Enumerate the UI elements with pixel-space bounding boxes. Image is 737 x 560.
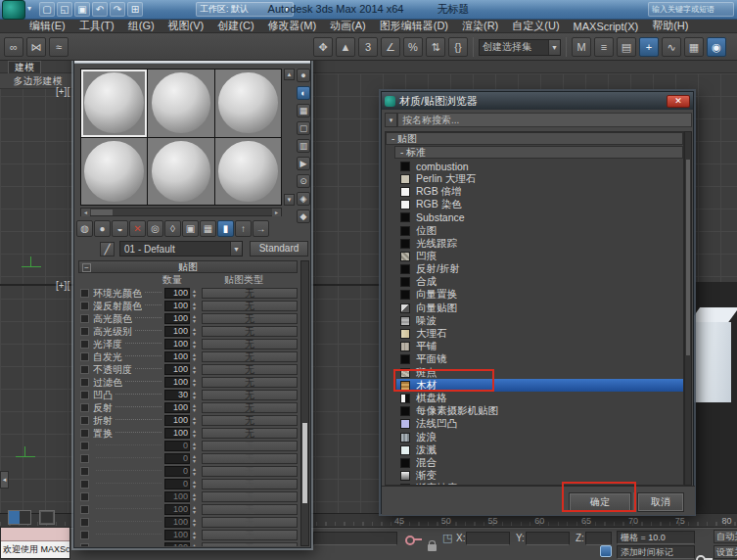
spinner[interactable]: ▴▾ xyxy=(190,429,199,439)
spinner[interactable]: ▴▾ xyxy=(190,505,199,515)
menu-item[interactable]: 组(G) xyxy=(128,19,155,33)
sample-slot[interactable] xyxy=(215,70,281,137)
map-type-button[interactable]: 无 xyxy=(202,313,298,324)
go-to-parent-icon[interactable]: ↑ xyxy=(235,220,252,237)
spinner-snap-icon[interactable]: ⇅ xyxy=(426,37,445,57)
map-type-button[interactable]: 无 xyxy=(202,339,298,350)
map-list-item[interactable]: 平面镜 xyxy=(396,353,683,366)
map-checkbox[interactable] xyxy=(80,352,89,361)
spinner[interactable]: ▴▾ xyxy=(190,442,199,451)
viewport-layout-grid-icon[interactable] xyxy=(39,510,55,525)
curve-editor-icon[interactable]: ∿ xyxy=(662,37,681,57)
viewport-label-top[interactable]: [+][ xyxy=(56,86,69,97)
map-amount-field[interactable]: 100 xyxy=(164,339,190,350)
named-selection-combo[interactable]: 创建选择集 ▼ xyxy=(479,39,561,56)
map-type-button[interactable]: 无 xyxy=(202,390,298,400)
map-type-button[interactable]: 无 xyxy=(202,326,298,337)
browser-titlebar[interactable]: 材质/贴图浏览器 ✕ xyxy=(382,92,693,110)
angle-snap-icon[interactable]: ∠ xyxy=(381,37,400,57)
menu-item[interactable]: 修改器(M) xyxy=(268,19,317,33)
map-checkbox[interactable] xyxy=(80,289,89,298)
map-checkbox[interactable] xyxy=(80,302,89,310)
unlink-selection-icon[interactable]: ⋈ xyxy=(26,37,46,57)
spinner[interactable]: ▴▾ xyxy=(190,327,199,337)
map-list-item[interactable]: 棋盘格 xyxy=(396,392,683,404)
map-checkbox[interactable] xyxy=(80,467,89,476)
menu-item[interactable]: 工具(T) xyxy=(79,19,115,33)
collapse-icon[interactable]: − xyxy=(82,263,91,272)
map-checkbox[interactable] xyxy=(80,531,89,539)
map-type-button[interactable]: 无 xyxy=(202,517,298,528)
map-checkbox[interactable] xyxy=(80,543,89,546)
map-amount-field[interactable]: 100 xyxy=(164,301,190,311)
search-input[interactable] xyxy=(397,113,692,127)
options-icon[interactable]: ⊙ xyxy=(297,174,310,188)
viewport-label-bottom[interactable]: [+][ xyxy=(56,280,69,291)
menu-item[interactable]: 自定义(U) xyxy=(512,19,559,33)
map-type-button[interactable]: 无 xyxy=(202,542,298,546)
map-list-item[interactable]: 渐变 xyxy=(396,470,683,483)
map-list-item[interactable]: 混合 xyxy=(396,456,683,469)
map-checkbox[interactable] xyxy=(80,518,89,527)
map-type-button[interactable]: 无 xyxy=(202,288,298,299)
select-and-link-icon[interactable]: ∞ xyxy=(4,37,23,57)
group-header-maps[interactable]: - 贴图 xyxy=(386,132,683,145)
x-coord-field[interactable] xyxy=(466,532,510,545)
go-forward-sibling-icon[interactable]: → xyxy=(253,220,269,237)
backlight-icon[interactable]: ◐ xyxy=(297,86,310,100)
sample-tiling-icon[interactable]: ▢ xyxy=(297,121,310,135)
sample-slot[interactable] xyxy=(81,70,147,137)
map-list-item[interactable]: 每像素摄影机贴图 xyxy=(396,405,683,418)
menu-item[interactable]: 图形编辑器(D) xyxy=(380,19,448,33)
ribbon-tab-modeling[interactable]: 建模 xyxy=(8,61,41,73)
menu-item[interactable]: 渲染(R) xyxy=(462,19,498,33)
menu-item[interactable]: 视图(V) xyxy=(168,19,205,33)
spinner[interactable]: ▴▾ xyxy=(190,365,199,375)
infocenter-search[interactable]: 输入关键字或短语 xyxy=(648,2,734,17)
select-and-place-icon[interactable]: ✥ xyxy=(313,37,333,57)
map-checkbox[interactable] xyxy=(80,340,89,349)
map-amount-field[interactable]: 100 xyxy=(164,415,190,426)
map-type-button[interactable]: 无 xyxy=(202,491,298,502)
scroll-down-icon[interactable]: ▼ xyxy=(284,194,295,206)
map-list-item[interactable]: 波浪 xyxy=(396,431,683,443)
map-list-item[interactable]: 法线凹凸 xyxy=(396,418,683,431)
map-checkbox[interactable] xyxy=(80,442,89,450)
map-type-button[interactable]: 无 xyxy=(202,453,298,464)
map-amount-field[interactable]: 100 xyxy=(164,428,190,439)
material-name-combo[interactable]: 01 - Default ▼ xyxy=(119,241,243,257)
make-preview-icon[interactable]: ▶ xyxy=(297,157,310,170)
map-list-item[interactable]: combustion xyxy=(396,160,683,172)
slot-scrollbar[interactable]: ▲ ▼ xyxy=(284,69,295,206)
map-checkbox[interactable] xyxy=(80,505,89,514)
menu-item[interactable]: 帮助(H) xyxy=(652,19,688,33)
put-to-library-icon[interactable]: ◊ xyxy=(164,220,181,237)
map-amount-field[interactable]: 100 xyxy=(164,313,190,324)
map-list-item[interactable]: 泼溅 xyxy=(396,443,683,456)
spinner[interactable]: ▴▾ xyxy=(190,543,199,547)
show-end-result-icon[interactable]: ▮ xyxy=(217,220,234,237)
spinner[interactable]: ▴▾ xyxy=(190,492,199,502)
bind-to-spacewarp-icon[interactable]: ≈ xyxy=(49,37,69,57)
map-list-item[interactable]: 向量置换 xyxy=(396,289,683,302)
map-checkbox[interactable] xyxy=(80,480,89,489)
spinner[interactable]: ▴▾ xyxy=(190,416,199,426)
toolbox-icon[interactable]: + xyxy=(639,37,659,57)
map-list-item[interactable]: 噪波 xyxy=(396,314,683,327)
percent-snap-icon[interactable]: % xyxy=(403,37,423,57)
map-type-button[interactable]: 无 xyxy=(202,479,298,490)
map-amount-field[interactable]: 100 xyxy=(164,542,190,546)
map-type-button[interactable]: 无 xyxy=(202,530,298,540)
map-amount-field[interactable]: 100 xyxy=(164,351,190,362)
map-type-button[interactable]: 无 xyxy=(202,415,298,426)
isolate-selection-icon[interactable]: ◳ xyxy=(442,532,452,544)
panel-collapse-arrow-icon[interactable]: ◂ xyxy=(0,471,9,489)
align-icon[interactable]: ≡ xyxy=(594,37,614,57)
macro-recorder-field[interactable] xyxy=(313,532,397,545)
spinner[interactable]: ▴▾ xyxy=(190,378,199,388)
put-to-scene-icon[interactable]: ● xyxy=(94,220,111,237)
map-checkbox[interactable] xyxy=(80,492,89,501)
scroll-thumb[interactable] xyxy=(302,423,307,503)
map-checkbox[interactable] xyxy=(80,365,89,374)
sample-slot[interactable] xyxy=(215,138,281,206)
